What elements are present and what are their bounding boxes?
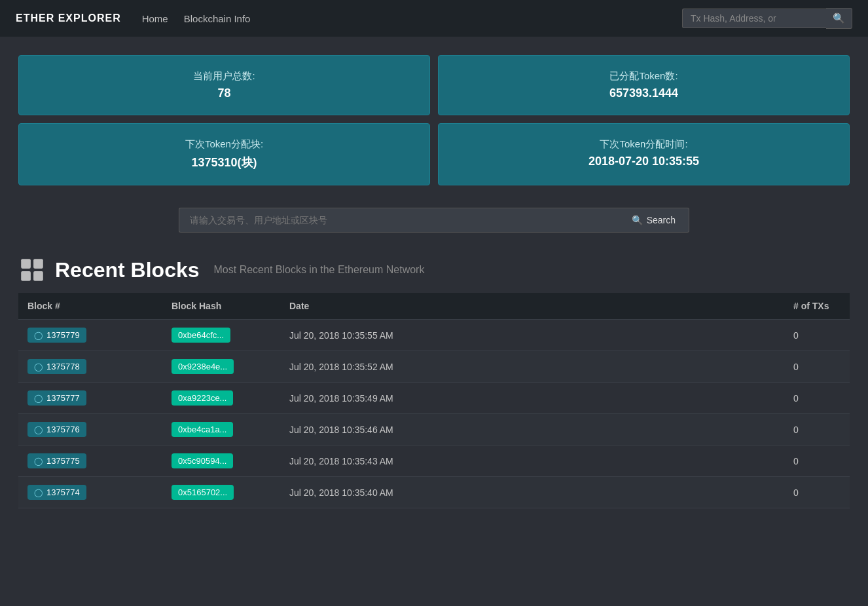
stat-card-next-block: 下次Token分配块: 1375310(块) — [18, 123, 430, 185]
block-badge-3[interactable]: ◯ 1375776 — [27, 422, 86, 437]
table-header-row: Block # Block Hash Date # of TXs — [18, 293, 850, 320]
cell-txs-5: 0 — [784, 477, 850, 508]
stat-label-tokens: 已分配Token数: — [449, 70, 839, 83]
svg-rect-1 — [33, 259, 43, 269]
table-row: ◯ 1375776 0xbe4ca1a... Jul 20, 2018 10:3… — [18, 414, 850, 445]
stat-card-tokens: 已分配Token数: 657393.1444 — [438, 55, 850, 115]
search-icon: 🔍 — [632, 215, 643, 225]
navbar-search-button[interactable]: 🔍 — [826, 8, 852, 29]
blocks-table: Block # Block Hash Date # of TXs ◯ 13757… — [18, 293, 850, 508]
block-badge-icon-0: ◯ — [34, 331, 43, 340]
main-search-input[interactable] — [179, 208, 619, 233]
cell-date-3: Jul 20, 2018 10:35:46 AM — [280, 414, 784, 445]
nav-links: Home Blockchain Info — [142, 13, 661, 24]
block-badge-icon-4: ◯ — [34, 457, 43, 466]
section-subtitle: Most Recent Blocks in the Ethereum Netwo… — [214, 264, 425, 276]
cell-date-0: Jul 20, 2018 10:35:55 AM — [280, 320, 784, 351]
cell-txs-4: 0 — [784, 445, 850, 477]
table-row: ◯ 1375775 0x5c90594... Jul 20, 2018 10:3… — [18, 445, 850, 477]
cell-date-4: Jul 20, 2018 10:35:43 AM — [280, 445, 784, 477]
cell-hash-4: 0x5c90594... — [162, 445, 280, 477]
cell-txs-1: 0 — [784, 351, 850, 383]
th-txs: # of TXs — [784, 293, 850, 320]
th-block: Block # — [18, 293, 162, 320]
cell-block-2: ◯ 1375777 — [18, 383, 162, 414]
block-number-2: 1375777 — [46, 393, 80, 403]
hash-badge-5[interactable]: 0x5165702... — [172, 485, 234, 500]
hash-badge-2[interactable]: 0xa9223ce... — [172, 390, 233, 406]
navbar: ETHER EXPLORER Home Blockchain Info 🔍 — [0, 0, 868, 37]
svg-rect-0 — [21, 259, 31, 269]
nav-link-home[interactable]: Home — [142, 13, 168, 24]
search-bar: 🔍 Search — [179, 208, 689, 233]
block-badge-4[interactable]: ◯ 1375775 — [27, 453, 86, 468]
hash-badge-4[interactable]: 0x5c90594... — [172, 453, 233, 468]
block-number-4: 1375775 — [46, 456, 80, 466]
cell-txs-2: 0 — [784, 383, 850, 414]
table-container: Block # Block Hash Date # of TXs ◯ 13757… — [0, 293, 868, 527]
cell-block-5: ◯ 1375774 — [18, 477, 162, 508]
navbar-search-input[interactable] — [682, 9, 826, 28]
stat-label-next-block: 下次Token分配块: — [29, 138, 419, 151]
block-badge-0[interactable]: ◯ 1375779 — [27, 328, 86, 343]
table-row: ◯ 1375777 0xa9223ce... Jul 20, 2018 10:3… — [18, 383, 850, 414]
cell-hash-1: 0x9238e4e... — [162, 351, 280, 383]
block-number-0: 1375779 — [46, 330, 80, 340]
block-badge-2[interactable]: ◯ 1375777 — [27, 390, 86, 406]
block-badge-icon-3: ◯ — [34, 425, 43, 434]
hash-badge-1[interactable]: 0x9238e4e... — [172, 359, 234, 374]
block-badge-5[interactable]: ◯ 1375774 — [27, 485, 86, 500]
block-number-5: 1375774 — [46, 487, 80, 497]
cell-hash-2: 0xa9223ce... — [162, 383, 280, 414]
section-title: Recent Blocks — [55, 258, 200, 282]
nav-link-blockchain-info[interactable]: Blockchain Info — [184, 13, 251, 24]
cell-date-2: Jul 20, 2018 10:35:49 AM — [280, 383, 784, 414]
block-number-1: 1375778 — [46, 362, 80, 371]
cell-date-5: Jul 20, 2018 10:35:40 AM — [280, 477, 784, 508]
th-date: Date — [280, 293, 784, 320]
nav-brand: ETHER EXPLORER — [16, 12, 121, 24]
cell-date-1: Jul 20, 2018 10:35:52 AM — [280, 351, 784, 383]
stat-value-tokens: 657393.1444 — [449, 86, 839, 100]
cell-block-0: ◯ 1375779 — [18, 320, 162, 351]
cell-hash-3: 0xbe4ca1a... — [162, 414, 280, 445]
cell-block-3: ◯ 1375776 — [18, 414, 162, 445]
navbar-search: 🔍 — [682, 8, 852, 29]
table-row: ◯ 1375778 0x9238e4e... Jul 20, 2018 10:3… — [18, 351, 850, 383]
block-number-3: 1375776 — [46, 425, 80, 434]
stat-value-users: 78 — [29, 86, 419, 100]
cell-block-1: ◯ 1375778 — [18, 351, 162, 383]
svg-rect-2 — [21, 271, 31, 281]
stat-value-next-block: 1375310(块) — [29, 155, 419, 170]
block-badge-icon-5: ◯ — [34, 488, 43, 497]
stat-card-next-time: 下次Token分配时间: 2018-07-20 10:35:55 — [438, 123, 850, 185]
stat-label-users: 当前用户总数: — [29, 70, 419, 83]
main-search-button[interactable]: 🔍 Search — [619, 208, 689, 233]
hash-badge-0[interactable]: 0xbe64cfc... — [172, 328, 230, 343]
svg-rect-3 — [33, 271, 43, 281]
cell-txs-0: 0 — [784, 320, 850, 351]
table-row: ◯ 1375774 0x5165702... Jul 20, 2018 10:3… — [18, 477, 850, 508]
cell-hash-5: 0x5165702... — [162, 477, 280, 508]
hash-badge-3[interactable]: 0xbe4ca1a... — [172, 422, 233, 437]
search-section: 🔍 Search — [0, 196, 868, 248]
stat-label-next-time: 下次Token分配时间: — [449, 138, 839, 151]
cell-block-4: ◯ 1375775 — [18, 445, 162, 477]
stat-card-users: 当前用户总数: 78 — [18, 55, 430, 115]
block-badge-icon-1: ◯ — [34, 362, 43, 371]
search-button-label: Search — [647, 215, 676, 225]
stat-value-next-time: 2018-07-20 10:35:55 — [449, 155, 839, 168]
block-badge-1[interactable]: ◯ 1375778 — [27, 359, 86, 374]
stats-grid: 当前用户总数: 78 已分配Token数: 657393.1444 下次Toke… — [0, 37, 868, 196]
blocks-icon — [18, 256, 46, 284]
section-heading: Recent Blocks Most Recent Blocks in the … — [0, 248, 868, 293]
block-badge-icon-2: ◯ — [34, 394, 43, 403]
th-hash: Block Hash — [162, 293, 280, 320]
table-row: ◯ 1375779 0xbe64cfc... Jul 20, 2018 10:3… — [18, 320, 850, 351]
cell-txs-3: 0 — [784, 414, 850, 445]
cell-hash-0: 0xbe64cfc... — [162, 320, 280, 351]
